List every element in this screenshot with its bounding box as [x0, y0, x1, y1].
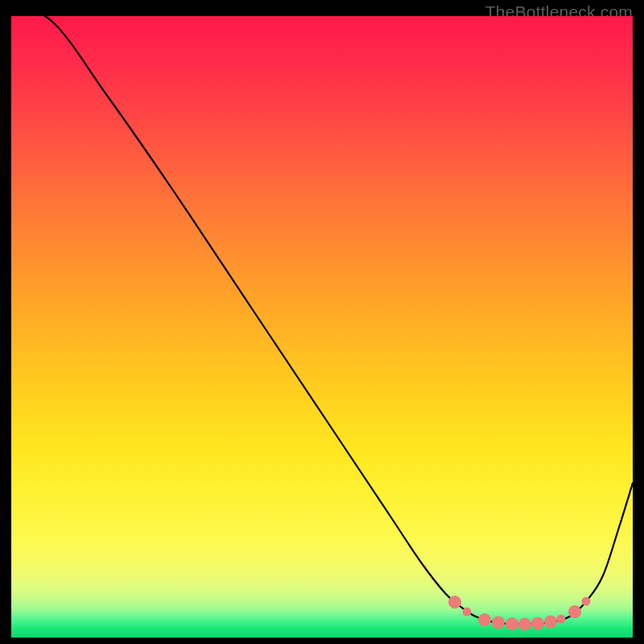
curve-marker: [506, 617, 518, 630]
bottleneck-curve: [11, 16, 633, 624]
curve-marker: [568, 605, 581, 618]
curve-marker: [478, 613, 491, 626]
chart-gradient-plot: [11, 16, 633, 638]
curve-marker: [463, 608, 472, 617]
curve-marker: [544, 616, 557, 629]
curve-marker: [492, 617, 505, 630]
curve-marker: [531, 617, 544, 630]
curve-marker: [582, 597, 591, 606]
curve-marker: [518, 618, 531, 631]
chart-svg: [11, 16, 633, 638]
curve-marker: [448, 596, 461, 609]
chart-frame: TheBottleneck.com: [0, 0, 644, 644]
curve-markers: [448, 596, 591, 631]
curve-marker: [557, 615, 566, 624]
